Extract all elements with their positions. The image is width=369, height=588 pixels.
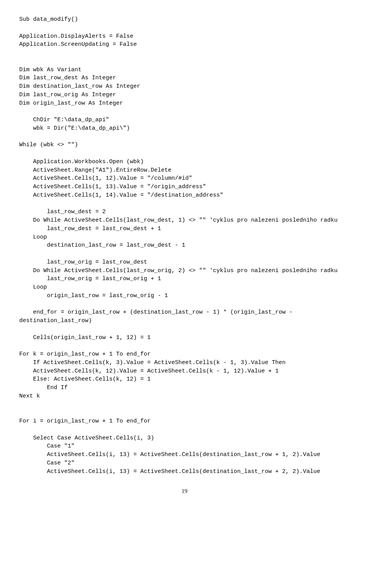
code-block: Sub data_modify() Application.DisplayAle… xyxy=(19,15,350,476)
page-number: 19 xyxy=(19,487,350,496)
